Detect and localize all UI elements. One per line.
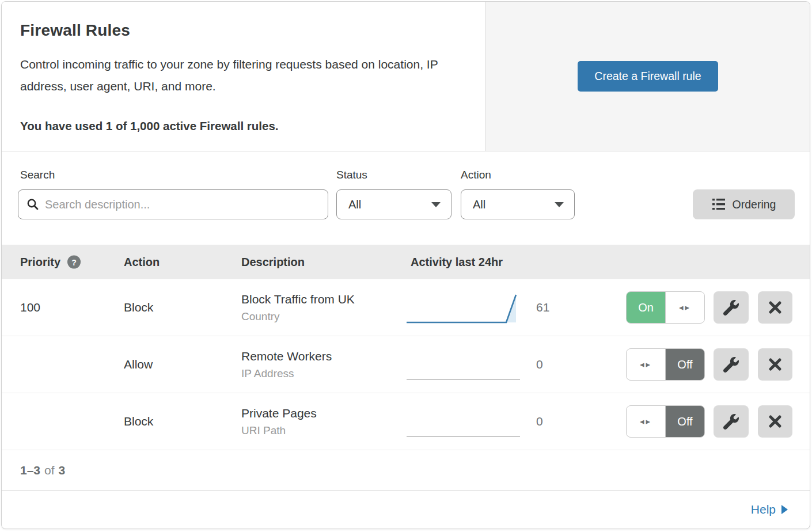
ordering-button[interactable]: Ordering (693, 189, 795, 219)
right-triangle-icon (781, 505, 788, 514)
action-filter-select[interactable]: All (461, 189, 575, 219)
page-title: Firewall Rules (20, 21, 465, 40)
delete-rule-button[interactable] (758, 348, 792, 381)
action-filter-label: Action (461, 169, 491, 181)
create-firewall-rule-button[interactable]: Create a Firewall rule (578, 61, 718, 92)
x-icon (768, 301, 782, 314)
x-icon (768, 358, 782, 371)
action-filter-value: All (473, 198, 485, 211)
activity-sparkline (405, 348, 523, 382)
x-icon (768, 415, 782, 428)
toggle-handle: ◂▸ (627, 406, 666, 437)
header-section: Firewall Rules Control incoming traffic … (2, 2, 810, 151)
status-filter-value: All (348, 198, 361, 211)
priority-help-icon[interactable]: ? (67, 256, 81, 269)
activity-count: 0 (536, 415, 543, 428)
usage-summary: You have used 1 of 1,000 active Firewall… (20, 119, 465, 133)
activity-sparkline (405, 291, 523, 325)
ordered-list-icon (712, 198, 726, 211)
search-input[interactable] (45, 198, 320, 211)
status-filter-select[interactable]: All (336, 189, 451, 219)
filter-bar: Search Status All Action All (2, 151, 810, 245)
table-header-row: Priority ? Action Description Activity l… (2, 245, 810, 279)
toggle-state-label: Off (677, 358, 692, 371)
rule-description: Private Pages (241, 406, 317, 420)
activity-count: 61 (536, 301, 549, 314)
status-filter-label: Status (336, 169, 367, 181)
header-action-panel: Create a Firewall rule (486, 2, 810, 151)
column-header-description: Description (241, 256, 305, 269)
drag-handle-icon: ◂▸ (679, 302, 691, 313)
delete-rule-button[interactable] (758, 291, 792, 324)
rule-enabled-toggle[interactable]: ◂▸ Off (626, 405, 705, 438)
drag-handle-icon: ◂▸ (640, 359, 652, 370)
rule-enabled-toggle[interactable]: ◂▸ Off (626, 348, 705, 381)
search-box[interactable] (18, 189, 328, 219)
wrench-icon (723, 300, 739, 316)
search-icon (26, 198, 39, 211)
activity-count: 0 (536, 358, 543, 371)
firewall-rules-panel: Firewall Rules Control incoming traffic … (1, 1, 810, 529)
toggle-state-label: On (638, 301, 654, 314)
table-row: Allow Remote Workers IP Address 0 ◂▸ Off (2, 336, 810, 393)
toggle-off-segment: Off (666, 406, 704, 437)
description-cell: Block Traffic from UK Country (241, 292, 355, 323)
column-header-activity: Activity last 24hr (411, 256, 503, 269)
action-value: Allow (124, 358, 153, 371)
toggle-state-label: Off (677, 415, 692, 428)
priority-header-label: Priority (20, 256, 60, 269)
delete-rule-button[interactable] (758, 405, 792, 438)
pagination-bar: 1–3 of 3 (2, 450, 810, 491)
rule-description: Remote Workers (241, 349, 332, 363)
activity-sparkline (405, 405, 523, 439)
edit-rule-button[interactable] (714, 291, 749, 324)
chevron-down-icon (555, 202, 564, 207)
rule-match-type: IP Address (241, 367, 332, 380)
rule-description: Block Traffic from UK (241, 292, 355, 306)
rule-enabled-toggle[interactable]: On ◂▸ (626, 291, 705, 324)
priority-value: 100 (20, 301, 40, 314)
toggle-off-segment: Off (666, 349, 704, 380)
pagination-range: 1–3 (20, 463, 40, 477)
help-link-label: Help (751, 503, 776, 516)
help-link[interactable]: Help (751, 503, 788, 516)
edit-rule-button[interactable] (714, 405, 749, 438)
header-text-block: Firewall Rules Control incoming traffic … (2, 2, 486, 151)
toggle-handle: ◂▸ (627, 349, 666, 380)
toggle-handle: ◂▸ (665, 292, 704, 323)
search-label: Search (20, 169, 55, 181)
rule-match-type: URI Path (241, 424, 317, 437)
pagination-of-label: of (44, 463, 55, 477)
column-header-priority: Priority ? (20, 256, 81, 269)
pagination-total: 3 (59, 463, 66, 477)
rule-match-type: Country (241, 310, 355, 323)
description-cell: Private Pages URI Path (241, 406, 317, 437)
wrench-icon (723, 414, 739, 430)
table-row: Block Private Pages URI Path 0 ◂▸ Off (2, 393, 810, 450)
edit-rule-button[interactable] (714, 348, 749, 381)
page-description: Control incoming traffic to your zone by… (20, 54, 464, 97)
ordering-button-label: Ordering (733, 198, 776, 211)
action-value: Block (124, 415, 153, 428)
table-row: 100 Block Block Traffic from UK Country … (2, 279, 810, 336)
description-cell: Remote Workers IP Address (241, 349, 332, 380)
footer-bar: Help (2, 491, 810, 529)
column-header-action: Action (124, 256, 160, 269)
toggle-on-segment: On (627, 292, 665, 323)
chevron-down-icon (431, 202, 441, 207)
drag-handle-icon: ◂▸ (640, 416, 652, 427)
action-value: Block (124, 301, 153, 314)
wrench-icon (723, 357, 739, 373)
